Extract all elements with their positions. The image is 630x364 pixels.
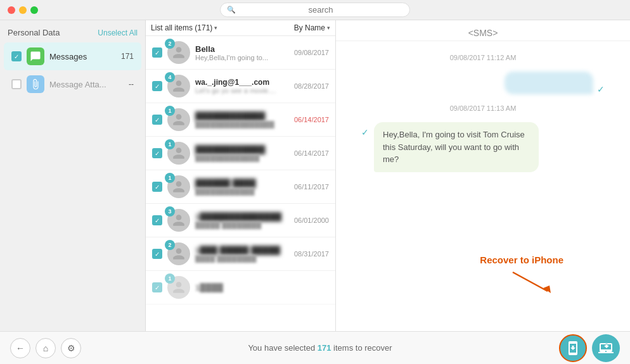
attachment-icon <box>30 78 41 90</box>
item-avatar-1: 2 <box>167 41 190 64</box>
item-avatar-5: 1 <box>167 175 190 198</box>
home-button[interactable]: ⌂ <box>35 338 56 358</box>
status-prefix: You have selected <box>248 343 317 353</box>
item-date-7: 08/31/2017 <box>294 250 329 258</box>
avatar-icon <box>172 113 186 127</box>
home-icon: ⌂ <box>43 343 48 353</box>
list-item[interactable]: ✓ 1 ████████████ ████████████████ 06/14/… <box>146 103 335 137</box>
item-name-5: ██████ ████ <box>195 179 290 188</box>
list-sort-label: By Name <box>294 23 325 32</box>
item-checkbox-5[interactable]: ✓ <box>152 182 162 192</box>
list-all-button[interactable]: List all items (171) ▾ <box>151 23 217 32</box>
back-button[interactable]: ← <box>10 338 30 358</box>
item-name-1: Bella <box>195 44 290 54</box>
item-preview-2: Let's go yo see a movie.... <box>195 87 290 94</box>
recover-to-computer-button[interactable] <box>592 334 620 362</box>
list-item[interactable]: ✓ 1 ████████████ █████████████ 06/14/201… <box>146 137 335 170</box>
sidebar-title: Personal Data <box>8 28 60 37</box>
avatar-icon <box>172 280 186 294</box>
bottom-bar: ← ⌂ ⚙ You have selected 171 items to rec… <box>0 331 630 364</box>
left-message-checkbox[interactable]: ✓ <box>361 127 369 137</box>
status-count: 171 <box>318 343 331 353</box>
settings-button[interactable]: ⚙ <box>61 338 81 358</box>
item-date-6: 06/01/2000 <box>294 217 329 224</box>
item-content-8: 1████ <box>195 283 329 292</box>
item-preview-5: ████████████ <box>195 188 290 196</box>
item-content-6: 1██████████████ █████ ████████ <box>195 212 290 229</box>
item-badge-8: 1 <box>165 273 175 284</box>
item-content-4: ████████████ █████████████ <box>195 145 290 162</box>
list-item[interactable]: ✓ 1 1████ <box>146 271 335 304</box>
item-name-6: 1██████████████ <box>195 212 290 222</box>
messages-checkbox[interactable]: ✓ <box>11 51 22 61</box>
item-content-3: ████████████ ████████████████ <box>195 111 290 129</box>
item-date-5: 06/11/2017 <box>294 183 329 191</box>
list-sort-button[interactable]: By Name ▾ <box>294 23 330 32</box>
status-bar: You have selected 171 items to recover <box>81 343 559 353</box>
recover-buttons <box>559 334 620 362</box>
computer-download-icon <box>598 341 614 356</box>
item-avatar-4: 1 <box>167 142 190 165</box>
top-search-bar[interactable]: 🔍 <box>220 3 410 17</box>
chat-panel: <SMS> 09/08/2017 11:12 AM ✓ 09/08/2017 1… <box>336 20 630 331</box>
item-date-1: 09/08/2017 <box>294 49 329 56</box>
item-checkbox-7[interactable]: ✓ <box>152 249 162 259</box>
chat-messages: 09/08/2017 11:12 AM ✓ 09/08/2017 11:13 A… <box>336 41 630 331</box>
item-name-7: 1███ █████ █████ <box>195 246 290 255</box>
list-all-label: List all items (171) <box>151 23 212 32</box>
list-item[interactable]: ✓ 3 1██████████████ █████ ████████ 06/01… <box>146 204 335 237</box>
chat-bubble-right: ✓ <box>505 72 605 94</box>
item-checkbox-4[interactable]: ✓ <box>152 148 162 158</box>
item-content-1: Bella Hey,Bella,I'm going to... <box>195 44 290 61</box>
list-item[interactable]: ✓ 2 1███ █████ █████ ████ ████████ 08/31… <box>146 237 335 271</box>
search-input[interactable] <box>238 5 403 15</box>
avatar-icon <box>172 213 186 227</box>
item-badge-5: 1 <box>165 173 175 183</box>
chat-message-right <box>505 72 593 94</box>
avatar-icon <box>172 79 186 93</box>
item-checkbox-2[interactable]: ✓ <box>152 81 162 91</box>
chat-message-left: Hey,Bella, I'm going to visit Tom Cruise… <box>374 122 539 172</box>
list-item[interactable]: ✓ 1 ██████ ████ ████████████ 06/11/2017 <box>146 170 335 204</box>
traffic-light-red[interactable] <box>8 6 15 14</box>
list-all-chevron: ▾ <box>214 25 217 31</box>
sidebar-item-messages[interactable]: ✓ Messages 171 <box>4 42 141 70</box>
sidebar: Personal Data Unselect All ✓ Messages 17… <box>0 20 146 331</box>
item-checkbox-6[interactable]: ✓ <box>152 215 162 225</box>
chat-timestamp-1: 09/08/2017 11:12 AM <box>361 54 605 61</box>
main-list-panel: List all items (171) ▾ By Name ▾ ✓ 2 <box>146 20 336 331</box>
sidebar-messages-count: 171 <box>121 52 134 61</box>
traffic-light-yellow[interactable] <box>19 6 27 14</box>
item-checkbox-1[interactable]: ✓ <box>152 47 162 58</box>
chat-check-icon: ✓ <box>597 84 605 94</box>
list-item[interactable]: ✓ 4 wa._.jing@1___.com Let's go yo see a… <box>146 70 335 103</box>
nav-buttons: ← ⌂ ⚙ <box>10 338 81 358</box>
chat-bubble-left-container: ✓ Hey,Bella, I'm going to visit Tom Crui… <box>361 122 605 172</box>
sidebar-attachments-label: Message Atta... <box>49 80 129 89</box>
item-avatar-6: 3 <box>167 209 190 232</box>
item-preview-7: ████ ████████ <box>195 255 290 263</box>
status-suffix: items to recover <box>333 343 392 353</box>
recover-to-iphone-button[interactable] <box>559 334 587 362</box>
search-icon: 🔍 <box>227 6 236 14</box>
item-name-3: ████████████ <box>195 111 290 121</box>
traffic-light-green[interactable] <box>30 6 38 14</box>
message-list: ✓ 2 Bella Hey,Bella,I'm going to... 09/0… <box>146 36 335 331</box>
item-name-8: 1████ <box>195 283 329 292</box>
item-badge-7: 2 <box>165 240 175 250</box>
unselect-all-button[interactable]: Unselect All <box>98 28 138 37</box>
attachments-checkbox[interactable] <box>11 79 22 89</box>
sidebar-item-attachments[interactable]: Message Atta... -- <box>4 70 141 98</box>
item-badge-6: 3 <box>165 206 175 217</box>
item-avatar-2: 4 <box>167 75 190 97</box>
list-item[interactable]: ✓ 2 Bella Hey,Bella,I'm going to... 09/0… <box>146 36 335 70</box>
item-checkbox-3[interactable]: ✓ <box>152 115 162 125</box>
item-name-4: ████████████ <box>195 145 290 154</box>
item-badge-3: 1 <box>165 106 175 116</box>
item-content-5: ██████ ████ ████████████ <box>195 179 290 196</box>
item-preview-4: █████████████ <box>195 154 290 162</box>
list-sort-chevron: ▾ <box>327 25 330 31</box>
item-avatar-7: 2 <box>167 242 190 265</box>
attachments-app-icon <box>27 75 44 93</box>
item-checkbox-8[interactable]: ✓ <box>152 282 162 292</box>
